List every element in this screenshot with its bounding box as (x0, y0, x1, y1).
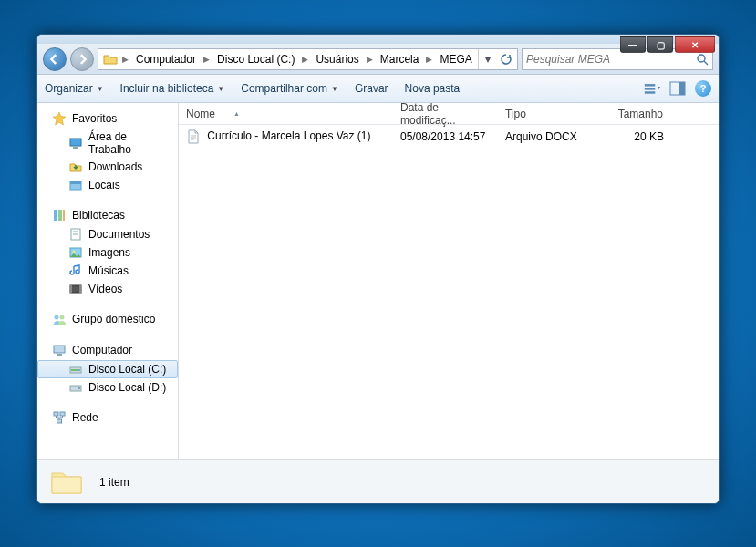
close-button[interactable]: ✕ (675, 36, 715, 53)
breadcrumb-segment[interactable]: Usuários (310, 49, 364, 69)
svg-rect-13 (63, 210, 65, 221)
sidebar-item-videos[interactable]: Vídeos (37, 280, 178, 298)
toolbar: Organizar▼ Incluir na biblioteca▼ Compar… (37, 75, 719, 103)
window-controls: — ▢ ✕ (620, 36, 715, 53)
computer-icon (52, 343, 67, 357)
sidebar-item-places[interactable]: Locais (37, 176, 178, 194)
places-icon (68, 178, 83, 192)
svg-rect-7 (70, 139, 81, 146)
svg-rect-31 (54, 412, 58, 416)
sidebar-item-label: Locais (88, 179, 120, 191)
sidebar-homegroup[interactable]: Grupo doméstico (37, 309, 178, 329)
sidebar-item-drive-d[interactable]: Disco Local (D:) (37, 378, 178, 397)
svg-line-1 (704, 61, 708, 65)
breadcrumb[interactable]: ▶ Computador ▶ Disco Local (C:) ▶ Usuári… (98, 48, 518, 70)
refresh-button[interactable] (497, 49, 515, 69)
file-view: Nome Data de modificaç... Tipo Tamanho C… (179, 103, 719, 459)
folder-icon (102, 51, 119, 67)
sidebar-item-label: Imagens (88, 246, 130, 259)
sidebar-label: Computador (72, 344, 132, 356)
burn-button[interactable]: Gravar (355, 82, 388, 95)
search-input[interactable] (526, 53, 696, 66)
image-icon (68, 245, 83, 260)
chevron-right-icon: ▶ (300, 55, 310, 64)
column-type[interactable]: Tipo (498, 103, 589, 124)
file-name: Currículo - Marcela Lopes Vaz (1) (207, 129, 370, 142)
new-folder-button[interactable]: Nova pasta (405, 82, 461, 95)
maximize-button[interactable]: ▢ (647, 36, 673, 53)
svg-rect-11 (54, 210, 57, 221)
svg-rect-12 (58, 210, 62, 221)
preview-pane-button[interactable] (669, 81, 686, 96)
file-list[interactable]: Currículo - Marcela Lopes Vaz (1) 05/08/… (179, 125, 719, 459)
column-modified[interactable]: Data de modificaç... (393, 103, 498, 124)
sidebar-item-label: Área de Trabalho (88, 130, 172, 156)
column-name[interactable]: Nome (179, 103, 393, 124)
libraries-icon (52, 208, 67, 222)
download-icon (68, 160, 83, 174)
view-button[interactable] (644, 81, 660, 96)
docx-icon (186, 129, 201, 144)
svg-rect-25 (57, 354, 62, 356)
star-icon (52, 111, 67, 126)
sidebar-item-label: Disco Local (D:) (88, 381, 166, 394)
breadcrumb-segment[interactable]: Computador (130, 49, 202, 69)
forward-button[interactable] (70, 47, 94, 71)
svg-rect-24 (54, 346, 65, 353)
svg-point-23 (60, 315, 65, 320)
nav-bar: ▶ Computador ▶ Disco Local (C:) ▶ Usuári… (37, 44, 719, 75)
organize-button[interactable]: Organizar▼ (45, 82, 104, 95)
sidebar-item-label: Músicas (88, 264, 129, 277)
sidebar-computer[interactable]: Computador (37, 340, 178, 360)
video-icon (68, 282, 83, 296)
breadcrumb-dropdown-button[interactable]: ▾ (479, 49, 497, 69)
sidebar-favorites[interactable]: Favoritos (37, 108, 178, 129)
sidebar-item-label: Disco Local (C:) (88, 363, 166, 376)
svg-rect-8 (73, 147, 78, 149)
svg-rect-33 (57, 419, 62, 423)
sidebar-item-drive-c[interactable]: Disco Local (C:) (37, 360, 178, 378)
sidebar-item-music[interactable]: Músicas (37, 262, 178, 280)
nav-pane: Favoritos Área de Trabalho Downloads Loc… (37, 103, 179, 459)
folder-icon (48, 466, 85, 499)
breadcrumb-segment[interactable]: Disco Local (C:) (212, 49, 300, 69)
sidebar-item-label: Vídeos (88, 283, 122, 295)
sidebar-label: Bibliotecas (72, 209, 125, 222)
minimize-button[interactable]: — (620, 36, 646, 53)
sidebar-item-documents[interactable]: Documentos (37, 225, 178, 243)
sidebar-network[interactable]: Rede (37, 408, 178, 428)
svg-rect-27 (71, 369, 78, 371)
sidebar-item-images[interactable]: Imagens (37, 243, 178, 262)
sidebar-label: Favoritos (72, 112, 117, 125)
svg-point-22 (55, 315, 59, 320)
svg-rect-4 (645, 91, 655, 93)
explorer-window: — ▢ ✕ ▶ Computador ▶ Disco Local (C:) ▶ … (36, 34, 720, 504)
column-size[interactable]: Tamanho (589, 103, 671, 124)
music-icon (68, 263, 83, 278)
sidebar-label: Rede (72, 411, 98, 424)
desktop-icon (68, 136, 83, 150)
svg-point-28 (78, 369, 80, 371)
chevron-right-icon: ▶ (424, 55, 434, 64)
back-button[interactable] (43, 47, 67, 71)
sidebar-libraries[interactable]: Bibliotecas (37, 205, 178, 225)
file-row[interactable]: Currículo - Marcela Lopes Vaz (1) 05/08/… (179, 127, 719, 147)
svg-point-18 (73, 251, 76, 253)
status-bar: 1 item (37, 459, 719, 503)
titlebar[interactable] (37, 35, 719, 44)
include-library-button[interactable]: Incluir na biblioteca▼ (120, 82, 225, 95)
homegroup-icon (52, 312, 67, 326)
svg-point-30 (78, 387, 80, 389)
breadcrumb-segment[interactable]: Marcela (375, 49, 425, 69)
breadcrumb-segment[interactable]: MEGA (434, 49, 477, 69)
chevron-right-icon: ▶ (120, 55, 130, 64)
search-icon (696, 53, 709, 66)
column-headers: Nome Data de modificaç... Tipo Tamanho (179, 103, 719, 125)
sidebar-item-downloads[interactable]: Downloads (37, 158, 178, 176)
document-icon (68, 227, 83, 242)
share-button[interactable]: Compartilhar com▼ (241, 82, 338, 95)
svg-rect-21 (79, 285, 81, 293)
help-button[interactable]: ? (695, 80, 711, 97)
sidebar-item-desktop[interactable]: Área de Trabalho (37, 129, 178, 158)
file-size: 20 KB (589, 130, 671, 143)
